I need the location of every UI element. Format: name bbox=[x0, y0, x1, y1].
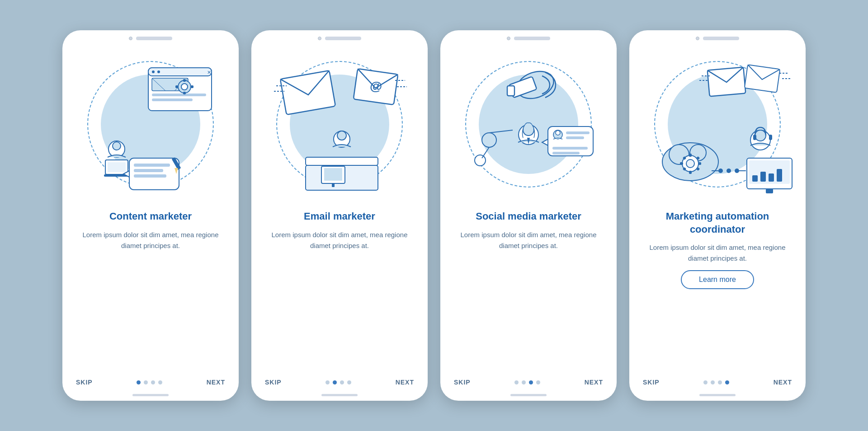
text-area-content-marketer: Content marketer Lorem ipsum dolor sit d… bbox=[62, 206, 239, 374]
content-marketer-svg: ✕ bbox=[62, 47, 239, 206]
cards-container: ✕ bbox=[44, 12, 824, 419]
learn-more-button[interactable]: Learn more bbox=[681, 270, 754, 289]
svg-point-3 bbox=[157, 70, 160, 73]
phone-top-bar-4 bbox=[629, 30, 806, 43]
svg-line-51 bbox=[489, 130, 513, 133]
dot-3 bbox=[151, 380, 155, 384]
phone-speaker-4 bbox=[703, 37, 739, 40]
skip-button-content-marketer[interactable]: SKIP bbox=[76, 379, 93, 386]
svg-rect-8 bbox=[152, 94, 206, 96]
next-button-social-media-marketer[interactable]: NEXT bbox=[585, 379, 603, 386]
svg-rect-86 bbox=[752, 175, 758, 182]
svg-rect-35 bbox=[306, 157, 378, 165]
phone-top-bar-3 bbox=[440, 30, 617, 43]
illustration-social-media-marketer bbox=[440, 43, 617, 206]
text-area-social-media-marketer: Social media marketer Lorem ipsum dolor … bbox=[440, 206, 617, 374]
svg-rect-59 bbox=[552, 152, 580, 155]
nav-dots-email-marketer bbox=[326, 380, 351, 384]
svg-rect-52 bbox=[548, 126, 593, 156]
svg-point-80 bbox=[755, 130, 766, 141]
card-title-content-marketer: Content marketer bbox=[109, 210, 192, 223]
illustration-marketing-automation bbox=[629, 43, 806, 206]
bottom-handle-marketing-automation bbox=[699, 394, 736, 396]
text-area-email-marketer: Email marketer Lorem ipsum dolor sit dim… bbox=[251, 206, 428, 374]
phone-speaker bbox=[136, 37, 172, 40]
skip-button-marketing-automation[interactable]: SKIP bbox=[643, 379, 660, 386]
svg-rect-44 bbox=[507, 86, 514, 96]
bottom-handle-social-media-marketer bbox=[510, 394, 547, 396]
svg-rect-15 bbox=[191, 85, 193, 88]
dot-3 bbox=[529, 380, 533, 384]
phone-speaker-3 bbox=[514, 37, 550, 40]
svg-point-11 bbox=[181, 84, 188, 90]
svg-rect-23 bbox=[134, 164, 170, 167]
svg-line-50 bbox=[482, 147, 489, 158]
bottom-handle-email-marketer bbox=[321, 394, 358, 396]
next-button-email-marketer[interactable]: NEXT bbox=[396, 379, 414, 386]
illustration-email-marketer: @ bbox=[251, 43, 428, 206]
phone-top-bar bbox=[62, 30, 239, 43]
phone-card-content-marketer: ✕ bbox=[62, 30, 239, 401]
dot-1 bbox=[137, 380, 141, 384]
svg-point-17 bbox=[113, 142, 121, 150]
phone-speaker-2 bbox=[325, 37, 361, 40]
svg-rect-40 bbox=[332, 183, 335, 187]
bottom-nav-social-media-marketer: SKIP NEXT bbox=[440, 374, 617, 394]
nav-dots-social-media-marketer bbox=[514, 380, 540, 384]
svg-rect-84 bbox=[766, 189, 773, 193]
svg-rect-14 bbox=[175, 85, 178, 88]
card-body-marketing-automation: Lorem ipsum dolor sit dim amet, mea regi… bbox=[643, 242, 792, 264]
dot-4 bbox=[536, 380, 540, 384]
svg-rect-56 bbox=[566, 131, 590, 134]
card-title-marketing-automation: Marketing automation coordinator bbox=[643, 210, 792, 236]
phone-card-email-marketer: @ Email marketer Lorem ipsum dolor sit d… bbox=[251, 30, 428, 401]
dot-3 bbox=[718, 380, 722, 384]
svg-text:@: @ bbox=[370, 79, 382, 93]
phone-camera-dot bbox=[129, 37, 132, 40]
svg-rect-41 bbox=[324, 168, 342, 181]
bottom-handle-content-marketer bbox=[132, 394, 169, 396]
svg-point-48 bbox=[482, 133, 496, 147]
svg-point-92 bbox=[735, 169, 739, 173]
svg-rect-88 bbox=[769, 173, 774, 182]
svg-rect-73 bbox=[680, 162, 683, 165]
svg-rect-87 bbox=[760, 172, 766, 182]
svg-rect-71 bbox=[689, 154, 692, 157]
text-area-marketing-automation: Marketing automation coordinator Lorem i… bbox=[629, 206, 806, 374]
svg-marker-53 bbox=[542, 139, 548, 145]
card-title-email-marketer: Email marketer bbox=[304, 210, 375, 223]
svg-rect-13 bbox=[183, 92, 186, 94]
svg-point-49 bbox=[475, 155, 486, 166]
svg-rect-25 bbox=[134, 174, 166, 178]
bottom-nav-marketing-automation: SKIP NEXT bbox=[629, 374, 806, 394]
svg-point-91 bbox=[726, 169, 731, 173]
dot-1 bbox=[326, 380, 330, 384]
card-body-social-media-marketer: Lorem ipsum dolor sit dim amet, mea regi… bbox=[454, 230, 603, 251]
svg-point-90 bbox=[718, 169, 723, 173]
svg-rect-63 bbox=[745, 65, 780, 93]
skip-button-email-marketer[interactable]: SKIP bbox=[265, 379, 282, 386]
svg-text:✕: ✕ bbox=[207, 70, 211, 75]
dot-2 bbox=[144, 380, 148, 384]
dot-4 bbox=[725, 380, 729, 384]
svg-rect-24 bbox=[134, 169, 163, 172]
dot-4 bbox=[158, 380, 162, 384]
svg-rect-58 bbox=[552, 147, 588, 150]
svg-rect-21 bbox=[129, 158, 179, 190]
social-media-marketer-svg bbox=[440, 47, 617, 206]
svg-rect-82 bbox=[769, 135, 772, 140]
card-body-content-marketer: Lorem ipsum dolor sit dim amet, mea regi… bbox=[76, 230, 225, 251]
next-button-content-marketer[interactable]: NEXT bbox=[207, 379, 225, 386]
next-button-marketing-automation[interactable]: NEXT bbox=[774, 379, 792, 386]
svg-rect-28 bbox=[280, 70, 335, 115]
dot-2 bbox=[711, 380, 715, 384]
svg-rect-57 bbox=[566, 136, 584, 139]
dot-2 bbox=[522, 380, 526, 384]
svg-point-2 bbox=[152, 70, 155, 73]
dot-1 bbox=[703, 380, 708, 384]
dot-4 bbox=[347, 380, 351, 384]
svg-rect-74 bbox=[698, 162, 701, 165]
card-body-email-marketer: Lorem ipsum dolor sit dim amet, mea regi… bbox=[265, 230, 414, 251]
skip-button-social-media-marketer[interactable]: SKIP bbox=[454, 379, 471, 386]
marketing-automation-svg bbox=[629, 47, 806, 206]
